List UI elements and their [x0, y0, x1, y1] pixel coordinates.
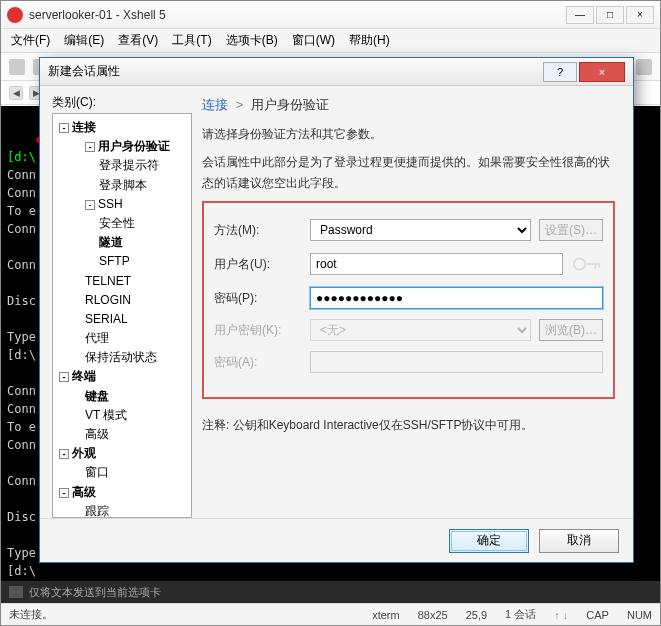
menu-edit[interactable]: 编辑(E): [64, 32, 104, 49]
maximize-button[interactable]: □: [596, 6, 624, 24]
menu-window[interactable]: 窗口(W): [292, 32, 335, 49]
back-icon[interactable]: ◀: [9, 86, 23, 100]
highlighted-section: 方法(M): Password 设置(S)… 用户名(U):: [202, 201, 615, 399]
status-connection: 未连接。: [9, 607, 53, 622]
dialog-footer: 确定 取消: [40, 518, 633, 562]
status-sess: 1 会话: [505, 607, 536, 622]
password-input[interactable]: [310, 287, 603, 309]
tree-rlogin: RLOGIN: [55, 291, 189, 310]
tree-login-script: 登录脚本: [55, 176, 189, 195]
method-label: 方法(M):: [214, 222, 310, 239]
menu-view[interactable]: 查看(V): [118, 32, 158, 49]
tree-appearance: -外观: [55, 444, 189, 463]
content-panel: 连接 > 用户身份验证 请选择身份验证方法和其它参数。 会话属性中此部分是为了登…: [202, 94, 621, 518]
userkey-label: 用户密钥(K):: [214, 322, 310, 339]
menu-bar: 文件(F) 编辑(E) 查看(V) 工具(T) 选项卡(B) 窗口(W) 帮助(…: [1, 29, 660, 53]
category-tree[interactable]: -连接 -用户身份验证 登录提示符 登录脚本 -SSH 安全性 隧道 SFTP …: [52, 113, 192, 518]
minimize-button[interactable]: —: [566, 6, 594, 24]
cancel-button[interactable]: 取消: [539, 529, 619, 553]
status-size: 88x25: [418, 609, 448, 621]
main-window: serverlooker-01 - Xshell 5 — □ × 文件(F) 编…: [0, 0, 661, 626]
dialog-close-button[interactable]: ×: [579, 62, 625, 82]
send-bar-text: 仅将文本发送到当前选项卡: [29, 585, 161, 600]
tree-security: 安全性: [55, 214, 189, 233]
tree-login-prompt: 登录提示符: [55, 156, 189, 175]
breadcrumb-auth: 用户身份验证: [251, 97, 329, 112]
tree-serial: SERIAL: [55, 310, 189, 329]
password-label: 密码(P):: [214, 290, 310, 307]
status-cap: CAP: [586, 609, 609, 621]
tree-sftp: SFTP: [55, 252, 189, 271]
terminal-output: Conn Conn To e Conn Conn Disc Type [d:\ …: [7, 168, 36, 578]
app-icon: [7, 7, 23, 23]
toolbar-icon-r[interactable]: [636, 59, 652, 75]
tree-terminal: -终端: [55, 367, 189, 386]
tree-connection: -连接: [55, 118, 189, 137]
svg-point-0: [574, 259, 585, 270]
username-input[interactable]: [310, 253, 563, 275]
dialog-title: 新建会话属性: [48, 63, 541, 80]
tree-window: 窗口: [55, 463, 189, 482]
dialog-help-button[interactable]: ?: [543, 62, 577, 82]
userkey-select: <无>: [310, 319, 531, 341]
protocol-note: 注释: 公钥和Keyboard Interactive仅在SSH/SFTP协议中…: [202, 415, 615, 435]
menu-file[interactable]: 文件(F): [11, 32, 50, 49]
username-label: 用户名(U):: [214, 256, 310, 273]
category-label: 类别(C):: [52, 94, 192, 111]
tree-keyboard: 键盘: [55, 387, 189, 406]
session-properties-dialog: 新建会话属性 ? × 类别(C): -连接 -用户身份验证 登录提示符 登录脚本…: [39, 57, 634, 563]
tree-trace: 跟踪: [55, 502, 189, 518]
ok-button[interactable]: 确定: [449, 529, 529, 553]
status-num: NUM: [627, 609, 652, 621]
send-icon: [9, 586, 23, 598]
tree-proxy: 代理: [55, 329, 189, 348]
menu-help[interactable]: 帮助(H): [349, 32, 390, 49]
toolbar-icon-1[interactable]: [9, 59, 25, 75]
status-pos: 25,9: [466, 609, 487, 621]
send-bar[interactable]: 仅将文本发送到当前选项卡: [1, 581, 660, 603]
main-title-bar: serverlooker-01 - Xshell 5 — □ ×: [1, 1, 660, 29]
tree-tunnel: 隧道: [55, 233, 189, 252]
tree-vtmode: VT 模式: [55, 406, 189, 425]
close-button[interactable]: ×: [626, 6, 654, 24]
key-icon: [571, 251, 603, 277]
settings-button: 设置(S)…: [539, 219, 603, 241]
passphrase-label: 密码(A):: [214, 354, 310, 371]
status-bar: 未连接。 xterm 88x25 25,9 1 会话 ↑ ↓ CAP NUM: [1, 603, 660, 625]
passphrase-input: [310, 351, 603, 373]
tree-keepalive: 保持活动状态: [55, 348, 189, 367]
dialog-title-bar: 新建会话属性 ? ×: [40, 58, 633, 86]
tree-auth: -用户身份验证: [55, 137, 189, 156]
breadcrumb: 连接 > 用户身份验证: [202, 94, 615, 124]
method-select[interactable]: Password: [310, 219, 531, 241]
window-title: serverlooker-01 - Xshell 5: [29, 8, 566, 22]
status-term: xterm: [372, 609, 400, 621]
tree-ssh: -SSH: [55, 195, 189, 214]
tree-advanced: 高级: [55, 425, 189, 444]
tree-telnet: TELNET: [55, 272, 189, 291]
svg-rect-2: [595, 263, 597, 269]
menu-tools[interactable]: 工具(T): [172, 32, 211, 49]
svg-rect-1: [584, 263, 599, 265]
browse-button: 浏览(B)…: [539, 319, 603, 341]
desc-line2: 会话属性中此部分是为了登录过程更便捷而提供的。如果需要安全性很高的状态的话建议您…: [202, 152, 615, 193]
tree-advanced2: -高级: [55, 483, 189, 502]
menu-tabs[interactable]: 选项卡(B): [226, 32, 278, 49]
breadcrumb-connection[interactable]: 连接: [202, 97, 228, 112]
svg-rect-3: [598, 263, 600, 268]
desc-line1: 请选择身份验证方法和其它参数。: [202, 124, 615, 144]
terminal-prompt: [d:\: [7, 150, 36, 164]
